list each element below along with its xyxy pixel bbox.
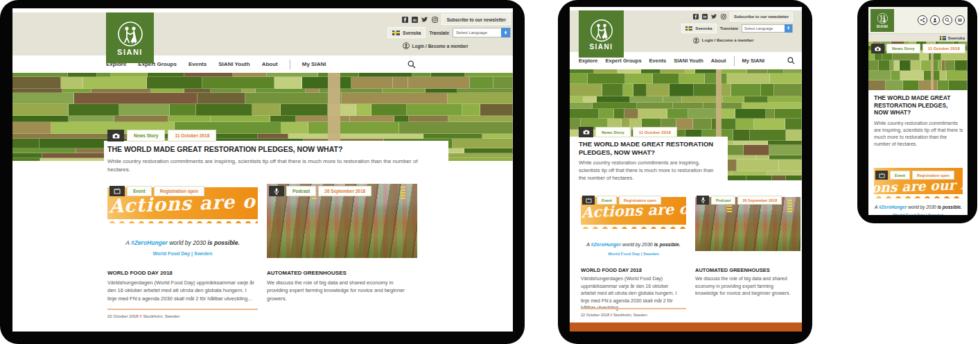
podcast-card[interactable]: Podcast 26 September 2018 AUTOMATED GREE… — [267, 184, 417, 326]
nav-item-my-siani[interactable]: My SIANI — [742, 58, 765, 64]
hero-excerpt: While country restoration commitments ar… — [107, 157, 428, 173]
search-icon[interactable] — [787, 57, 795, 64]
login-row: Login / Become a member — [693, 35, 754, 45]
siani-emblem-icon — [116, 20, 144, 48]
phone-device-frame: SIANI Svenska News Story 11 October 2018… — [857, 0, 977, 223]
event-badge: Event Registration open — [110, 186, 204, 196]
zero-hunger-hashtag[interactable]: #ZeroHunger — [879, 205, 907, 209]
zero-hunger-hashtag[interactable]: #ZeroHunger — [591, 242, 622, 247]
login-row: Login / Become a member — [403, 40, 469, 51]
nav-item-about[interactable]: About — [262, 61, 278, 67]
social-icons: in — [402, 17, 438, 23]
subscribe-newsletter-button[interactable]: Subscribe to our newsletter — [730, 12, 793, 22]
hero-text-panel: THE WORLD MADE GREAT RESTORATION PLEDGES… — [104, 141, 448, 184]
news-camera-icon — [871, 44, 884, 53]
hero-badge-type[interactable]: News Story — [127, 130, 165, 141]
event-badge-type[interactable]: Event — [890, 171, 910, 180]
event-subtitle-link[interactable]: World Food Day | Sweden — [581, 252, 686, 256]
event-title[interactable]: WORLD FOOD DAY 2018 — [581, 267, 642, 273]
news-camera-icon — [579, 127, 593, 137]
calendar-icon — [110, 186, 125, 196]
linkedin-icon[interactable]: in — [702, 14, 708, 19]
hero-title[interactable]: THE WORLD MADE GREAT RESTORATION PLEDGES… — [579, 140, 723, 157]
hero-badge-date: 11 October 2018 — [168, 130, 216, 141]
language-bar: Svenska — [868, 33, 968, 42]
event-badge-type[interactable]: Event — [597, 196, 617, 205]
subscribe-newsletter-button[interactable]: Subscribe to our newsletter — [441, 14, 511, 25]
hero-badge-date: 11 October 2018 — [922, 44, 965, 53]
hero-badge: News Story 11 October 2018 — [579, 127, 677, 137]
facebook-icon[interactable] — [693, 14, 699, 19]
menu-icon[interactable] — [955, 15, 965, 25]
linkedin-icon[interactable]: in — [412, 17, 418, 23]
nav-item-events[interactable]: Events — [189, 61, 207, 67]
header-utility-rows: in Subscribe to our newsletter Svenska T… — [681, 12, 793, 45]
share-icon[interactable] — [918, 15, 927, 25]
svenska-language-button[interactable]: Svenska — [387, 27, 426, 38]
siani-logo[interactable]: SIANI — [106, 12, 154, 63]
social-row: in Subscribe to our newsletter — [402, 14, 511, 25]
event-card[interactable]: Event Registration open Actions are our … — [874, 165, 963, 215]
nav-item-expert-groups[interactable]: Expert Groups — [606, 58, 642, 64]
siani-logo[interactable]: SIANI — [579, 10, 624, 58]
nav-item-my-siani[interactable]: My SIANI — [302, 61, 326, 67]
event-badge-status: Registration open — [154, 186, 204, 196]
instagram-icon[interactable] — [721, 14, 726, 19]
event-card[interactable]: Event Registration open Actions are our … — [107, 184, 258, 326]
twitter-icon[interactable] — [711, 14, 717, 19]
hero-badge: News Story 11 October 2018 — [107, 130, 216, 141]
nav-item-about[interactable]: About — [711, 58, 726, 64]
zero-hunger-tagline: A #ZeroHunger world by 2030 is possible. — [874, 205, 963, 209]
hero-title[interactable]: THE WORLD MADE GREAT RESTORATION PLEDGES… — [874, 94, 963, 117]
login-icon[interactable] — [930, 15, 940, 25]
hero-excerpt: While country restoration commitments ar… — [579, 160, 719, 182]
hero-badge-type[interactable]: News Story — [886, 44, 920, 53]
twitter-icon[interactable] — [421, 17, 428, 23]
podcast-badge-type[interactable]: Podcast — [286, 186, 316, 196]
podcast-excerpt: We discuss the role of big data and shar… — [267, 279, 414, 302]
facebook-icon[interactable] — [402, 17, 408, 23]
event-subtitle-link[interactable]: World Food Day | Sweden — [874, 213, 963, 215]
event-badge-status: Registration open — [619, 196, 661, 205]
zero-hunger-tagline: A #ZeroHunger world by 2030 is possible. — [107, 239, 258, 246]
zero-hunger-hashtag[interactable]: #ZeroHunger — [131, 239, 168, 246]
nav-item-events[interactable]: Events — [649, 58, 667, 64]
podcast-title[interactable]: AUTOMATED GREENHOUSES — [267, 270, 347, 276]
nav-item-explore[interactable]: Explore — [579, 58, 598, 64]
search-icon[interactable] — [408, 60, 416, 69]
podcast-badge: Podcast 26 September 2018 — [697, 196, 782, 205]
swedish-flag-icon — [685, 26, 692, 31]
instagram-icon[interactable] — [432, 17, 438, 23]
microphone-icon — [269, 186, 284, 196]
svg-text:in: in — [703, 15, 706, 19]
phone-screen: SIANI Svenska News Story 11 October 2018… — [868, 7, 968, 215]
select-arrows-icon: ▲▼ — [501, 28, 510, 37]
nav-item-siani-youth[interactable]: SIANI Youth — [218, 61, 250, 67]
podcast-title[interactable]: AUTOMATED GREENHOUSES — [695, 267, 770, 273]
login-icon — [693, 37, 699, 44]
siani-emblem-icon — [589, 18, 614, 43]
search-icon[interactable] — [943, 15, 952, 25]
hero-badge-date: 11 October 2018 — [633, 127, 677, 137]
podcast-badge-date: 26 September 2018 — [737, 196, 782, 205]
podcast-badge-type[interactable]: Podcast — [711, 196, 735, 205]
login-link[interactable]: Login / Become a member — [702, 38, 754, 42]
svenska-language-button[interactable]: Svenska — [681, 24, 716, 33]
event-subtitle-link[interactable]: World Food Day | Sweden — [107, 251, 258, 256]
language-select-dropdown[interactable]: Select Language▲▼ — [742, 24, 793, 33]
hero-title[interactable]: THE WORLD MADE GREAT RESTORATION PLEDGES… — [107, 145, 448, 154]
siani-logo[interactable]: SIANI — [870, 9, 894, 32]
microphone-icon — [697, 196, 709, 205]
event-meta: 22 October 2018 // Stockholm, Sweden — [107, 314, 180, 318]
svenska-language-button[interactable]: Svenska — [948, 36, 965, 40]
nav-item-siani-youth[interactable]: SIANI Youth — [674, 58, 703, 64]
event-card[interactable]: Event Registration open Actions are our … — [581, 194, 686, 322]
login-link[interactable]: Login / Become a member — [412, 44, 469, 49]
header-utility-rows: in Subscribe to our newsletter Svenska T… — [387, 14, 511, 51]
event-badge-type[interactable]: Event — [127, 186, 152, 196]
language-select-dropdown[interactable]: Select Language▲▼ — [453, 28, 511, 37]
tablet-screen: SIANI in Subscribe to our newsletter Sve… — [570, 7, 802, 332]
podcast-card[interactable]: Podcast 26 September 2018 AUTOMATED GREE… — [695, 194, 800, 322]
hero-badge-type[interactable]: News Story — [595, 127, 631, 137]
event-title[interactable]: WORLD FOOD DAY 2018 — [107, 270, 173, 276]
